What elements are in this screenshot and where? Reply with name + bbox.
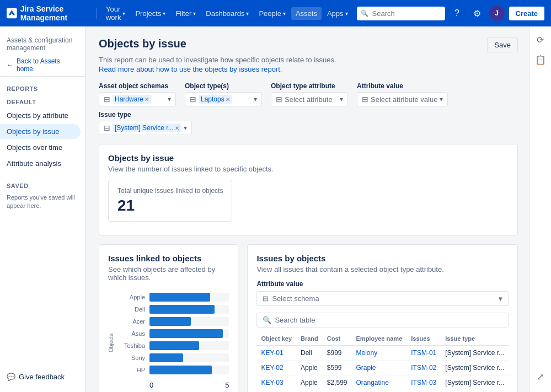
employee-link[interactable]: Orangatine (356, 379, 389, 386)
sidebar-item-objects-by-issue[interactable]: Objects by issue (0, 124, 81, 139)
object-key-link[interactable]: KEY-01 (261, 349, 283, 357)
nav-people[interactable]: People ▾ (254, 7, 290, 20)
cell-issue: ITSM-01 (406, 346, 441, 361)
search-placeholder: Search table (275, 316, 315, 324)
page-header: Objects by issue Save (99, 37, 518, 52)
bar-track (149, 341, 229, 350)
topnav: Jira Service Management Your work ▾ Proj… (0, 0, 551, 26)
asset-schema-tag: Hardware ✕ (113, 95, 151, 104)
nav-apps[interactable]: Apps ▾ (323, 7, 352, 20)
issues-by-objects-desc: View all issues that contain a selected … (256, 265, 509, 273)
asset-schema-select[interactable]: ⊟ Hardware ✕ ▾ (99, 92, 176, 106)
attr-value-row: Attribute value ⊟ Select schema ▾ (256, 280, 509, 306)
saved-section-label: SAVED (0, 178, 85, 191)
remove-asset-schema-icon[interactable]: ✕ (145, 96, 149, 103)
object-type-attribute-select[interactable]: ⊟ Select attribute ▾ (271, 92, 348, 106)
bar-fill (149, 341, 199, 350)
col-object-key: Object key (256, 332, 296, 346)
help-icon[interactable]: ? (450, 6, 465, 21)
object-key-link[interactable]: KEY-02 (261, 364, 283, 372)
issue-type-filter: Issue type ⊟ [System] Service r... ✕ ▾ (99, 111, 192, 135)
bar-fill (149, 305, 215, 314)
main-content: Objects by issue Save This report can be… (85, 26, 551, 392)
chevron-down-icon: ▾ (345, 10, 348, 17)
bar-row: Dell (119, 305, 229, 314)
app-layout: Assets & configuration management ← Back… (0, 26, 551, 392)
search-table-box[interactable]: 🔍 Search table (256, 313, 509, 327)
save-button[interactable]: Save (487, 37, 518, 52)
settings-icon[interactable]: ⚙ (469, 6, 485, 21)
chevron-down-icon: ▾ (254, 95, 257, 103)
filter-icon: ⊟ (362, 95, 368, 104)
give-feedback-link[interactable]: 💬 Give feedback (0, 368, 85, 385)
right-tools: ⟳ 📋 ⤢ (529, 26, 551, 392)
cell-issue-type: [System] Service r... (441, 361, 509, 375)
back-to-assets-link[interactable]: ← Back to Assets home (0, 54, 85, 77)
remove-object-types-icon[interactable]: ✕ (226, 96, 230, 103)
search-icon: 🔍 (263, 316, 271, 324)
nav-projects[interactable]: Projects ▾ (131, 7, 170, 20)
avatar[interactable]: J (489, 6, 505, 21)
cell-issue-type: [System] Service r... (441, 390, 509, 393)
bar-chart: Apple Dell Acer Asus Toshiba S (119, 288, 229, 379)
right-tool-refresh[interactable]: ⟳ (532, 31, 549, 49)
table-body: KEY-01 Dell $999 Melony ITSM-01 [System]… (256, 346, 509, 393)
chart-card: Issues linked to objects See which objec… (99, 244, 238, 392)
nav-your-work[interactable]: Your work ▾ (101, 3, 130, 24)
issue-type-select[interactable]: ⊟ [System] Service r... ✕ ▾ (99, 121, 192, 135)
nav-filter[interactable]: Filter ▾ (171, 7, 200, 20)
issue-link[interactable]: ITSM-02 (411, 364, 436, 372)
filter-icon: ⊟ (276, 95, 282, 104)
sidebar-item-objects-over-time[interactable]: Objects over time (0, 140, 81, 155)
cell-employee: Grapie (352, 361, 407, 375)
attribute-value-placeholder: Select attribute value (371, 95, 437, 104)
issue-link[interactable]: ITSM-01 (411, 349, 436, 357)
bar-row: Asus (119, 329, 229, 338)
sidebar-item-attribute-analysis[interactable]: Attribute analysis (0, 156, 81, 171)
summary-desc: View the number of issues linked to spec… (108, 165, 509, 173)
filter-icon: ⊟ (104, 95, 110, 104)
object-key-link[interactable]: KEY-03 (261, 379, 283, 386)
right-tool-history[interactable]: 📋 (532, 51, 549, 68)
nav-dashboards[interactable]: Dashboards ▾ (201, 7, 253, 20)
object-types-select[interactable]: ⊟ Laptops ✕ ▾ (185, 92, 262, 106)
col-cost: Cost (323, 332, 352, 346)
employee-link[interactable]: Grapie (356, 364, 376, 372)
attr-value-label: Attribute value (256, 280, 509, 288)
employee-link[interactable]: Melony (356, 349, 378, 357)
cell-brand: Apple (296, 361, 323, 375)
cell-cost: $2,599 (323, 390, 352, 393)
cell-brand: Apple (296, 375, 323, 390)
chart-x-axis: 0 5 (119, 379, 229, 389)
search-input[interactable] (357, 7, 445, 20)
col-employee-name: Employee name (352, 332, 407, 346)
bar-label: Toshiba (119, 342, 145, 349)
main-nav: Your work ▾ Projects ▾ Filter ▾ Dashboar… (101, 3, 352, 24)
issues-by-objects-title: Issues by objects (256, 254, 509, 263)
sidebar-item-objects-by-attribute[interactable]: Objects by attribute (0, 108, 81, 123)
attribute-value-select[interactable]: ⊟ Select attribute value ▾ (357, 92, 448, 106)
right-tool-expand[interactable]: ⤢ (532, 368, 549, 385)
page-title: Objects by issue (99, 37, 186, 50)
cell-key: KEY-04 (256, 390, 296, 393)
x-max-label: 5 (225, 381, 229, 389)
remove-issue-type-icon[interactable]: ✕ (175, 125, 179, 131)
topnav-right: ? ⚙ J Create (357, 6, 544, 21)
create-button[interactable]: Create (509, 7, 544, 20)
nav-assets[interactable]: Assets (291, 7, 322, 20)
default-section-label: DEFAULT (0, 94, 85, 108)
object-types-filter: Object type(s) ⊟ Laptops ✕ ▾ (185, 82, 262, 106)
app-logo[interactable]: Jira Service Management (7, 4, 92, 22)
bar-track (149, 293, 229, 302)
filter-icon: ⊟ (104, 123, 110, 132)
select-schema-dropdown[interactable]: ⊟ Select schema ▾ (256, 291, 509, 306)
chevron-down-icon: ▾ (193, 10, 196, 17)
issue-link[interactable]: ITSM-03 (411, 379, 436, 386)
asset-schema-label: Asset object schemas (99, 82, 176, 90)
col-issue-type: Issue type (441, 332, 509, 346)
chevron-down-icon: ▾ (184, 124, 187, 132)
table-header-row: Object key Brand Cost Employee name Issu… (256, 332, 509, 346)
learn-more-link[interactable]: Read more about how to use the objects b… (99, 65, 282, 73)
saved-note: Reports you've saved will appear here. (0, 191, 85, 213)
bar-label: HP (119, 367, 145, 373)
